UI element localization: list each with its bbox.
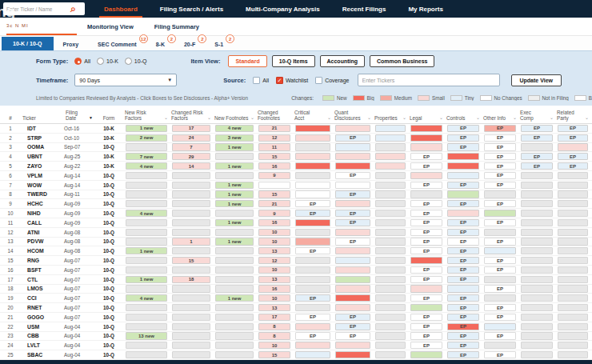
chevron-down-icon[interactable]: ⌄ (513, 115, 517, 121)
disclosure-box-tiny[interactable]: EP (447, 229, 479, 236)
chevron-down-icon[interactable]: ⌄ (439, 115, 443, 121)
disclosure-box-nif[interactable] (484, 276, 516, 283)
ticker-search-box[interactable]: ⌕ (3, 2, 85, 15)
disclosure-box-nif[interactable] (172, 266, 210, 274)
chevron-down-icon[interactable]: ⌄ (402, 115, 406, 121)
disclosure-box-small[interactable]: 11 (258, 143, 290, 150)
col-header-quant-disclosures[interactable]: Quant Disclosures⌄ (333, 108, 373, 123)
disclosure-box-none[interactable]: EP (484, 162, 516, 170)
disclosure-box-nif[interactable] (558, 266, 588, 274)
col-header-other-info[interactable]: Other Info⌄ (482, 114, 518, 123)
nav-item-filing-search-alerts[interactable]: Filing Search / Alerts (149, 0, 234, 18)
disclosure-box-tiny[interactable]: EP (447, 182, 479, 189)
source-option-watchlist[interactable]: ✓Watchlist (276, 77, 308, 84)
disclosure-box-nif[interactable] (172, 342, 210, 349)
disclosure-box-small[interactable]: 13 (258, 247, 290, 254)
disclosure-box-tiny[interactable]: EP (558, 134, 588, 142)
disclosure-box-small[interactable] (335, 285, 370, 292)
search-icon[interactable]: ⌕ (70, 5, 76, 13)
disclosure-box-small[interactable] (335, 229, 370, 236)
disclosure-box-none[interactable]: EP (295, 200, 330, 207)
disclosure-box-none[interactable]: EP (410, 182, 442, 189)
disclosure-box-none[interactable]: EP (410, 294, 442, 302)
disclosure-box-nif[interactable] (375, 294, 406, 302)
disclosure-box-nif[interactable] (295, 143, 330, 150)
disclosure-box-nif[interactable] (375, 247, 406, 254)
cell-ticker[interactable]: TWERD (21, 190, 64, 199)
disclosure-box-nif[interactable] (172, 210, 210, 217)
filing-tab-sec-comment[interactable]: SEC Comment12 (88, 42, 146, 50)
disclosure-box-nif[interactable] (126, 266, 167, 274)
disclosure-box-new[interactable]: 1 new (126, 247, 167, 254)
disclosure-box-tiny[interactable]: EP (447, 219, 479, 226)
disclosure-box-nif[interactable] (215, 266, 254, 274)
disclosure-box-small[interactable]: 7 (172, 143, 210, 150)
cell-ticker[interactable]: RNG (21, 256, 64, 265)
disclosure-box-none[interactable]: EP (410, 200, 442, 207)
disclosure-box-small[interactable] (295, 323, 330, 330)
disclosure-box-new[interactable]: 7 new (126, 153, 167, 160)
disclosure-box-nif[interactable] (375, 200, 406, 207)
disclosure-box-none[interactable]: EP (335, 238, 370, 245)
disclosure-box-nif[interactable] (215, 323, 254, 330)
disclosure-box-nif[interactable] (126, 314, 167, 321)
disclosure-box-nif[interactable] (295, 257, 330, 264)
disclosure-box-nif[interactable] (172, 304, 210, 311)
disclosure-box-tiny[interactable]: EP (447, 134, 479, 142)
disclosure-box-new[interactable] (410, 304, 442, 311)
disclosure-box-nif[interactable] (215, 153, 254, 160)
cell-ticker[interactable]: ZAYO (21, 162, 64, 170)
disclosure-box-new[interactable]: 2 new (126, 134, 167, 142)
disclosure-box-nif[interactable] (172, 332, 210, 339)
disclosure-box-small[interactable]: 18 (172, 276, 210, 283)
cell-ticker[interactable]: CTL (21, 275, 64, 284)
disclosure-box-nif[interactable] (375, 257, 406, 264)
disclosure-box-nif[interactable] (126, 182, 167, 189)
disclosure-box-tiny[interactable]: EP (335, 190, 370, 198)
disclosure-box-small[interactable]: 10 (258, 229, 290, 236)
disclosure-box-nif[interactable] (215, 342, 254, 349)
disclosure-box-nif[interactable] (558, 200, 588, 207)
col-header-properties[interactable]: Properties⌄ (373, 114, 408, 123)
disclosure-box-none[interactable]: EP (484, 351, 516, 358)
disclosure-box-small[interactable] (335, 266, 370, 274)
disclosure-box-small[interactable] (410, 172, 442, 179)
disclosure-box-nif[interactable] (410, 190, 442, 198)
disclosure-box-nif[interactable] (126, 342, 167, 349)
disclosure-box-nif[interactable] (172, 351, 210, 358)
cell-ticker[interactable]: LVLT (21, 341, 64, 350)
disclosure-box-tiny[interactable]: EP (558, 125, 588, 132)
disclosure-box-big[interactable] (410, 134, 442, 142)
disclosure-box-none[interactable]: EP (410, 238, 442, 245)
form-type-option-all[interactable]: All (74, 58, 90, 65)
cell-ticker[interactable]: USM (21, 322, 64, 331)
disclosure-box-tiny[interactable]: EP (521, 153, 553, 160)
disclosure-box-new[interactable] (484, 210, 516, 217)
disclosure-box-nif[interactable] (295, 285, 330, 292)
chevron-down-icon[interactable]: ⌄ (550, 115, 554, 121)
disclosure-box-nif[interactable] (172, 285, 210, 292)
disclosure-box-none[interactable]: EP (484, 238, 516, 245)
disclosure-box-none[interactable]: EP (410, 219, 442, 226)
disclosure-box-nif[interactable] (215, 229, 254, 236)
disclosure-box-nif[interactable] (484, 190, 516, 198)
disclosure-box-none[interactable]: EP (295, 332, 330, 339)
col-header-ticker[interactable]: Ticker (21, 114, 64, 123)
disclosure-box-tiny[interactable]: EP (335, 134, 370, 142)
col-header-critical-acct[interactable]: Critical Acct⌄ (293, 108, 333, 123)
disclosure-box-nif[interactable] (215, 172, 254, 179)
disclosure-box-nif[interactable] (215, 332, 254, 339)
disclosure-box-nif[interactable] (215, 276, 254, 283)
disclosure-box-nif[interactable] (215, 210, 254, 217)
source-option-all[interactable]: All (253, 77, 269, 84)
disclosure-box-none[interactable]: EP (447, 238, 479, 245)
disclosure-box-nif[interactable] (375, 219, 406, 226)
disclosure-box-nif[interactable] (558, 247, 588, 254)
disclosure-box-tiny[interactable]: EP (447, 200, 479, 207)
disclosure-box-none[interactable] (335, 182, 370, 189)
disclosure-box-nif[interactable] (521, 323, 553, 330)
disclosure-box-nif[interactable] (295, 266, 330, 274)
disclosure-box-none[interactable]: EP (410, 153, 442, 160)
disclosure-box-nif[interactable] (558, 238, 588, 245)
disclosure-box-small[interactable]: 10 (258, 294, 290, 302)
